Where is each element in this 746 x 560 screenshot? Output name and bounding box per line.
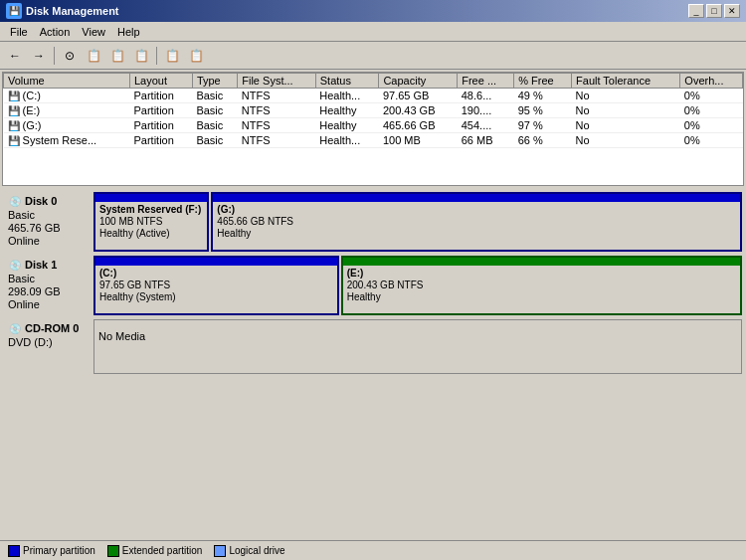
toolbar-back-button[interactable]: ← [4,45,26,67]
menu-file[interactable]: File [4,25,34,39]
menu-bar: File Action View Help [0,22,746,42]
col-type: Type [192,74,237,89]
toolbar-btn-3[interactable]: 📋 [106,45,128,67]
cdrom-label: 💿 CD-ROM 0 DVD (D:) [4,319,92,374]
legend-extended-label: Extended partition [122,545,203,556]
legend-logical-label: Logical drive [229,545,284,556]
title-bar-buttons: _ □ ✕ [688,4,740,18]
minimize-button[interactable]: _ [688,4,704,18]
partition-name: (E:) [347,268,736,279]
legend-primary-swatch [8,545,20,557]
legend-extended: Extended partition [107,545,203,557]
partition-detail: 97.65 GB NTFS [99,280,333,290]
main-content: Volume Layout Type File Syst... Status C… [0,70,746,540]
disk-status: Online [8,235,88,247]
col-filesystem: File Syst... [238,74,315,89]
disk-size: 465.76 GB [8,222,88,234]
disk-partitions-1: (C:) 97.65 GB NTFS Healthy (System) (E:)… [93,256,742,315]
disk-type: Basic [8,273,88,284]
disk-row-0: 💿 Disk 0 Basic 465.76 GB Online System R… [4,192,742,252]
cdrom-icon: 💿 [8,321,22,335]
menu-view[interactable]: View [76,25,111,39]
legend-logical: Logical drive [214,545,284,557]
col-pctfree: % Free [514,74,572,89]
cdrom-name: 💿 CD-ROM 0 [8,321,88,335]
app-title: Disk Management [26,5,119,17]
partition-1-1[interactable]: (E:) 200.43 GB NTFS Healthy [341,256,742,315]
title-bar-left: 💾 Disk Management [6,3,119,19]
cdrom-row: 💿 CD-ROM 0 DVD (D:) No Media [4,319,742,374]
partition-detail: 465.66 GB NTFS [217,216,736,227]
toolbar: ← → ⊙ 📋 📋 📋 📋 📋 [0,42,746,70]
disk-partitions-0: System Reserved (F:) 100 MB NTFS Healthy… [93,192,742,252]
col-capacity: Capacity [379,74,458,89]
partition-status: Healthy (System) [99,291,333,302]
disk-name: 💿 Disk 1 [8,258,88,272]
disk-table[interactable]: Volume Layout Type File Syst... Status C… [2,72,744,186]
toolbar-btn-6[interactable]: 📋 [185,45,207,67]
partition-status: Healthy (Active) [99,228,203,239]
partition-name: System Reserved (F:) [99,204,203,215]
maximize-button[interactable]: □ [706,4,722,18]
legend-primary-label: Primary partition [23,545,95,556]
partition-name: (C:) [99,268,333,279]
col-free: Free ... [458,74,514,89]
partition-1-0[interactable]: (C:) 97.65 GB NTFS Healthy (System) [93,256,339,315]
table-row[interactable]: 💾 (E:)PartitionBasicNTFSHealthy200.43 GB… [4,103,743,118]
disk-row-1: 💿 Disk 1 Basic 298.09 GB Online (C:) 97.… [4,256,742,315]
disk-icon: 💿 [8,194,22,208]
cdrom-body: No Media [93,319,742,374]
toolbar-btn-1[interactable]: ⊙ [59,45,81,67]
disk-size: 298.09 GB [8,285,88,297]
title-bar: 💾 Disk Management _ □ ✕ [0,0,746,22]
disk-label-1: 💿 Disk 1 Basic 298.09 GB Online [4,256,92,315]
partition-detail: 100 MB NTFS [99,216,203,227]
col-status: Status [315,74,379,89]
legend-bar: Primary partition Extended partition Log… [0,540,746,560]
legend-extended-swatch [107,545,119,557]
disk-status: Online [8,298,88,310]
partition-0-0[interactable]: System Reserved (F:) 100 MB NTFS Healthy… [93,192,209,252]
partition-status: Healthy [347,291,736,302]
table-row[interactable]: 💾 (C:)PartitionBasicNTFSHealth...97.65 G… [4,89,743,103]
toolbar-btn-4[interactable]: 📋 [130,45,152,67]
cdrom-status: No Media [98,330,737,342]
col-overhead: Overh... [680,74,743,89]
menu-action[interactable]: Action [34,25,77,39]
disk-type: Basic [8,209,88,221]
toolbar-btn-2[interactable]: 📋 [83,45,104,67]
toolbar-separator-1 [54,47,55,65]
col-volume: Volume [4,74,130,89]
toolbar-separator-2 [156,47,157,65]
partition-detail: 200.43 GB NTFS [347,280,736,290]
disk-graph-area: 💿 Disk 0 Basic 465.76 GB Online System R… [2,190,744,538]
menu-help[interactable]: Help [111,25,146,39]
legend-logical-swatch [214,545,226,557]
col-layout: Layout [129,74,192,89]
toolbar-forward-button[interactable]: → [28,45,50,67]
close-button[interactable]: ✕ [724,4,740,18]
legend-primary: Primary partition [8,545,95,557]
toolbar-btn-5[interactable]: 📋 [161,45,183,67]
disk-name: 💿 Disk 0 [8,194,88,208]
col-fault: Fault Tolerance [572,74,680,89]
table-row[interactable]: 💾 (G:)PartitionBasicNTFSHealthy465.66 GB… [4,118,743,133]
disk-icon: 💿 [8,258,22,272]
partition-status: Healthy [217,228,736,239]
partition-0-1[interactable]: (G:) 465.66 GB NTFS Healthy [211,192,742,252]
table-row[interactable]: 💾 System Rese...PartitionBasicNTFSHealth… [4,133,743,148]
cdrom-type: DVD (D:) [8,336,88,348]
app-icon: 💾 [6,3,22,19]
partition-name: (G:) [217,204,736,215]
disk-label-0: 💿 Disk 0 Basic 465.76 GB Online [4,192,92,252]
